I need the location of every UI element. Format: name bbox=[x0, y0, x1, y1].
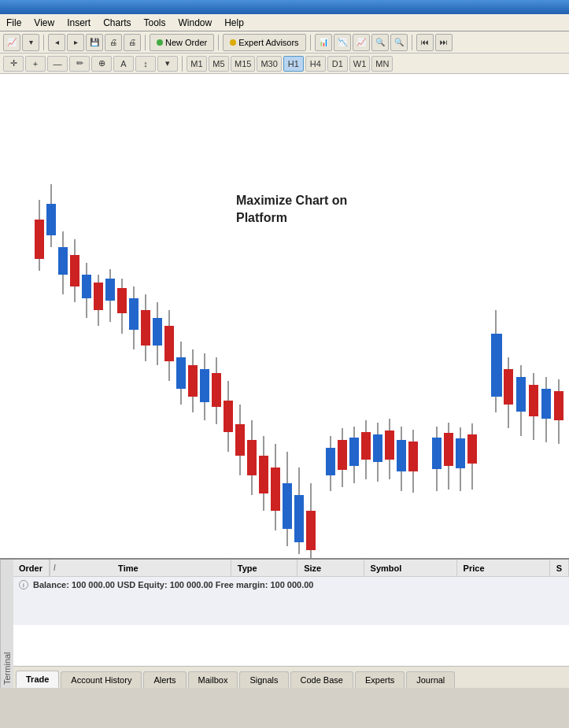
chart-label-line1: Maximize Chart on bbox=[236, 192, 347, 209]
svg-rect-32 bbox=[212, 373, 221, 407]
svg-rect-2 bbox=[46, 204, 56, 235]
tf-m5[interactable]: M5 bbox=[209, 56, 229, 72]
tf-m1[interactable]: M1 bbox=[187, 56, 207, 72]
terminal-spacer bbox=[13, 625, 569, 667]
tf-h1[interactable]: H1 bbox=[283, 56, 304, 72]
tab-trade[interactable]: Trade bbox=[16, 671, 59, 688]
new-chart-btn[interactable]: 📈 bbox=[3, 34, 20, 51]
chart-area[interactable]: Maximize Chart on Platform bbox=[0, 74, 569, 558]
tab-experts[interactable]: Experts bbox=[355, 671, 405, 688]
svg-rect-78 bbox=[516, 377, 526, 412]
print-btn[interactable]: 🖨 bbox=[124, 34, 141, 51]
tf-m15[interactable]: M15 bbox=[231, 56, 255, 72]
svg-rect-66 bbox=[432, 438, 442, 469]
print-preview-btn[interactable]: 🖨 bbox=[105, 34, 122, 51]
menu-bar: File View Insert Charts Tools Window Hel… bbox=[0, 14, 569, 31]
tab-journal[interactable]: Journal bbox=[406, 671, 455, 688]
tab-mailbox[interactable]: Mailbox bbox=[188, 671, 238, 688]
col-type: Type bbox=[231, 560, 297, 576]
svg-rect-10 bbox=[82, 275, 91, 298]
svg-rect-76 bbox=[504, 369, 513, 405]
text-btn[interactable]: A bbox=[113, 56, 134, 72]
col-order: Order bbox=[13, 560, 50, 576]
svg-rect-26 bbox=[176, 357, 186, 389]
terminal-vertical-label: Terminal bbox=[0, 560, 13, 688]
zoom-out-btn[interactable]: 🔍 bbox=[390, 34, 408, 51]
svg-rect-42 bbox=[271, 467, 280, 511]
scroll-right-btn[interactable]: ⏭ bbox=[435, 34, 453, 51]
chart-label-line2: Platform bbox=[236, 209, 347, 227]
tf-w1[interactable]: W1 bbox=[349, 56, 371, 72]
tf-m30[interactable]: M30 bbox=[257, 56, 281, 72]
tf-mn[interactable]: MN bbox=[371, 56, 393, 72]
tab-account-history[interactable]: Account History bbox=[61, 671, 142, 688]
svg-rect-80 bbox=[529, 385, 538, 416]
menu-window[interactable]: Window bbox=[172, 16, 219, 30]
chart-label: Maximize Chart on Platform bbox=[236, 192, 347, 227]
terminal-tabs: Trade Account History Alerts Mailbox Sig… bbox=[13, 666, 569, 688]
arrow-btn[interactable]: ↕ bbox=[135, 56, 156, 72]
indicators3-btn[interactable]: 📈 bbox=[353, 34, 370, 51]
crosshair-btn[interactable]: + bbox=[25, 56, 46, 72]
chart-type-btn[interactable]: ▾ bbox=[22, 34, 39, 51]
svg-rect-70 bbox=[456, 438, 465, 468]
tf-h4[interactable]: H4 bbox=[305, 56, 326, 72]
menu-insert[interactable]: Insert bbox=[61, 16, 97, 30]
svg-rect-60 bbox=[385, 431, 394, 460]
cursor-btn[interactable]: ✛ bbox=[3, 56, 24, 72]
toolbar2: ✛ + — ✏ ⊕ A ↕ ▾ M1 M5 M15 M30 H1 H4 D1 W… bbox=[0, 54, 569, 74]
col-symbol: Symbol bbox=[364, 560, 457, 576]
svg-rect-34 bbox=[224, 401, 233, 432]
menu-tools[interactable]: Tools bbox=[138, 16, 172, 30]
tab-alerts[interactable]: Alerts bbox=[143, 671, 186, 688]
tab-signals[interactable]: Signals bbox=[239, 671, 288, 688]
new-order-button[interactable]: New Order bbox=[150, 34, 214, 51]
svg-rect-62 bbox=[397, 440, 406, 471]
svg-rect-36 bbox=[235, 424, 245, 456]
line-btn[interactable]: — bbox=[47, 56, 68, 72]
svg-rect-64 bbox=[408, 442, 418, 471]
svg-rect-16 bbox=[117, 288, 127, 313]
tab-code-base[interactable]: Code Base bbox=[290, 671, 353, 688]
svg-rect-48 bbox=[306, 511, 316, 550]
svg-rect-74 bbox=[491, 334, 502, 397]
forward-btn[interactable]: ▸ bbox=[67, 34, 84, 51]
indicators2-btn[interactable]: 📉 bbox=[334, 34, 351, 51]
svg-rect-20 bbox=[141, 310, 150, 346]
draw-btn[interactable]: ✏ bbox=[69, 56, 90, 72]
col-size: Size bbox=[297, 560, 364, 576]
expert-advisors-button[interactable]: Expert Advisors bbox=[223, 34, 305, 51]
menu-file[interactable]: File bbox=[0, 16, 28, 30]
svg-rect-44 bbox=[283, 483, 292, 529]
new-order-icon bbox=[157, 39, 163, 46]
terminal-column-headers: Order / Time Type Size Symbol Price S bbox=[13, 560, 569, 577]
separator1 bbox=[43, 35, 44, 50]
zoom-in-btn[interactable]: 🔍 bbox=[371, 34, 389, 51]
toolbar1: 📈 ▾ ◂ ▸ 💾 🖨 🖨 New Order Expert Advisors … bbox=[0, 31, 569, 54]
svg-rect-28 bbox=[188, 365, 198, 397]
balance-icon: i bbox=[19, 580, 28, 589]
svg-rect-84 bbox=[554, 391, 563, 420]
svg-rect-18 bbox=[129, 298, 139, 330]
separator2 bbox=[145, 35, 146, 50]
svg-rect-82 bbox=[541, 389, 551, 419]
svg-rect-40 bbox=[259, 456, 268, 493]
symbol-btn[interactable]: ⊕ bbox=[91, 56, 112, 72]
col-price: Price bbox=[457, 560, 550, 576]
svg-rect-52 bbox=[338, 440, 347, 470]
scroll-left-btn[interactable]: ⏮ bbox=[416, 34, 434, 51]
col-time: Time bbox=[112, 560, 231, 576]
menu-charts[interactable]: Charts bbox=[97, 16, 137, 30]
tf-d1[interactable]: D1 bbox=[327, 56, 348, 72]
save-btn[interactable]: 💾 bbox=[86, 34, 103, 51]
more-btn[interactable]: ▾ bbox=[157, 56, 178, 72]
back-btn[interactable]: ◂ bbox=[48, 34, 65, 51]
indicators-btn[interactable]: 📊 bbox=[315, 34, 332, 51]
expert-icon bbox=[230, 39, 236, 46]
svg-rect-14 bbox=[105, 279, 115, 301]
balance-text: Balance: 100 000.00 USD Equity: 100 000.… bbox=[33, 580, 313, 589]
menu-help[interactable]: Help bbox=[218, 16, 250, 30]
separator5 bbox=[412, 35, 412, 50]
menu-view[interactable]: View bbox=[28, 16, 61, 30]
svg-rect-30 bbox=[200, 369, 209, 402]
